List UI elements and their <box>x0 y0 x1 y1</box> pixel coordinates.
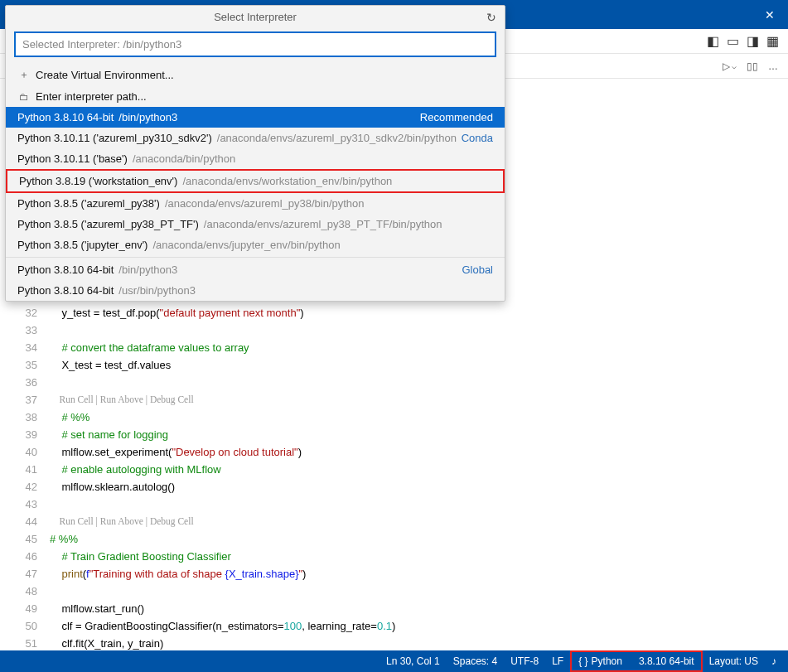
code-line <box>50 321 788 339</box>
code-line: # set name for logging <box>50 426 788 443</box>
split-editor-button[interactable]: ▯▯ <box>745 59 760 74</box>
status-eol[interactable]: LF <box>545 650 570 672</box>
run-button[interactable]: ▷ ⌵ <box>721 59 738 74</box>
chevron-down-icon: ⌵ <box>732 61 737 70</box>
status-language-interpreter[interactable]: { } Python 3.8.10 64-bit <box>570 650 702 672</box>
plus-icon: ＋ <box>17 68 31 82</box>
interpreter-item[interactable]: Python 3.10.11 ('azureml_py310_sdkv2')/a… <box>6 128 505 148</box>
braces-icon: { } <box>578 655 587 667</box>
status-cursor[interactable]: Ln 30, Col 1 <box>379 650 447 672</box>
code-line: X_test = test_df.values <box>50 356 788 374</box>
interpreter-path: /anaconda/bin/python <box>133 152 235 165</box>
code-line: mlflow.set_experiment("Develop on cloud … <box>50 443 788 461</box>
play-icon: ▷ <box>723 60 730 72</box>
code-line: # %% <box>50 409 788 426</box>
code-line: # %% <box>50 530 788 548</box>
close-icon[interactable]: ✕ <box>758 5 781 25</box>
layout-grid-icon[interactable]: ▦ <box>765 34 780 49</box>
interpreter-path: /usr/bin/python3 <box>118 284 196 297</box>
interpreter-badge: Conda <box>462 132 493 144</box>
interpreter-item[interactable]: Python 3.8.5 ('azureml_py38_PT_TF')/anac… <box>6 214 505 234</box>
interpreter-item[interactable]: Python 3.8.10 64-bit/bin/python3Global <box>6 259 505 280</box>
code-line: mlflow.sklearn.autolog() <box>50 478 788 496</box>
status-language-label: Python <box>592 655 622 667</box>
interpreter-path: /anaconda/envs/jupyter_env/bin/python <box>152 239 340 251</box>
code-line <box>50 496 788 513</box>
refresh-icon[interactable]: ↻ <box>486 11 496 24</box>
status-spaces[interactable]: Spaces: 4 <box>447 650 504 672</box>
code-line: clf.fit(X_train, y_train) <box>50 635 788 650</box>
code-line: # convert the dataframe values to array <box>50 339 788 356</box>
interpreter-name: Python 3.8.10 64-bit <box>17 111 114 123</box>
interpreter-name: Python 3.8.5 ('azureml_py38') <box>17 197 160 210</box>
code-line: clf = GradientBoostingClassifier(n_estim… <box>50 617 788 635</box>
code-line: # enable autologging with MLflow <box>50 461 788 478</box>
interpreter-path: /anaconda/envs/workstation_env/bin/pytho… <box>182 175 392 187</box>
folder-icon: 🗀 <box>17 91 31 103</box>
code-line: # Train Gradient Boosting Classifier <box>50 548 788 565</box>
status-interpreter-label: 3.8.10 64-bit <box>639 655 694 667</box>
status-bar: Ln 30, Col 1 Spaces: 4 UTF-8 LF { } Pyth… <box>0 650 788 672</box>
status-keyboard-layout[interactable]: Layout: US <box>703 650 765 672</box>
select-interpreter-quickpick: Select Interpreter ↻ ＋ Create Virtual En… <box>5 5 505 302</box>
interpreter-path: /bin/python3 <box>118 111 177 123</box>
quickpick-separator <box>6 257 505 258</box>
interpreter-search-input[interactable] <box>14 31 496 57</box>
code-line: y_test = test_df.pop("default payment ne… <box>50 304 788 321</box>
quickpick-input <box>14 31 496 57</box>
interpreter-name: Python 3.8.10 64-bit <box>17 284 114 297</box>
bell-icon[interactable]: ♪ <box>765 650 783 672</box>
interpreter-name: Python 3.8.5 ('jupyter_env') <box>17 239 147 251</box>
interpreter-path: /bin/python3 <box>118 263 177 276</box>
interpreter-item[interactable]: Python 3.8.5 ('jupyter_env')/anaconda/en… <box>6 234 505 255</box>
interpreter-name: Python 3.8.10 64-bit <box>17 263 114 276</box>
interpreter-badge: Recommended <box>420 111 493 123</box>
more-actions-button[interactable]: … <box>766 59 780 74</box>
quickpick-title: Select Interpreter ↻ <box>6 6 505 28</box>
panel-right-icon[interactable]: ◨ <box>745 34 760 49</box>
interpreter-item[interactable]: Python 3.8.5 ('azureml_py38')/anaconda/e… <box>6 193 505 214</box>
interpreter-name: Python 3.10.11 ('azureml_py310_sdkv2') <box>17 132 212 144</box>
enter-interpreter-path-item[interactable]: 🗀 Enter interpreter path... <box>6 86 505 107</box>
create-virtual-env-item[interactable]: ＋ Create Virtual Environment... <box>6 64 505 86</box>
interpreter-item[interactable]: Python 3.8.19 ('workstation_env')/anacon… <box>6 169 505 193</box>
interpreter-badge: Global <box>462 263 493 276</box>
interpreter-path: /anaconda/envs/azureml_py38/bin/python <box>165 197 365 210</box>
code-line: mlflow.start_run() <box>50 600 788 617</box>
interpreter-name: Python 3.10.11 ('base') <box>17 152 128 165</box>
interpreter-item[interactable]: Python 3.10.11 ('base')/anaconda/bin/pyt… <box>6 148 505 169</box>
interpreter-path: /anaconda/envs/azureml_py38_PT_TF/bin/py… <box>204 218 442 230</box>
interpreter-name: Python 3.8.5 ('azureml_py38_PT_TF') <box>17 218 199 230</box>
codelens[interactable]: Run Cell | Run Above | Debug Cell <box>50 513 788 530</box>
panel-left-icon[interactable]: ◧ <box>705 34 720 49</box>
code-line <box>50 374 788 391</box>
interpreter-path: /anaconda/envs/azureml_py310_sdkv2/bin/p… <box>217 132 457 144</box>
codelens[interactable]: Run Cell | Run Above | Debug Cell <box>50 391 788 409</box>
interpreter-item[interactable]: Python 3.8.10 64-bit/usr/bin/python3 <box>6 280 505 301</box>
status-encoding[interactable]: UTF-8 <box>504 650 545 672</box>
code-line: print(f"Training with data of shape {X_t… <box>50 565 788 583</box>
panel-bottom-icon[interactable]: ▭ <box>725 34 740 49</box>
code-line <box>50 583 788 600</box>
interpreter-name: Python 3.8.19 ('workstation_env') <box>19 175 177 187</box>
interpreter-item[interactable]: Python 3.8.10 64-bit/bin/python3Recommen… <box>6 107 505 128</box>
